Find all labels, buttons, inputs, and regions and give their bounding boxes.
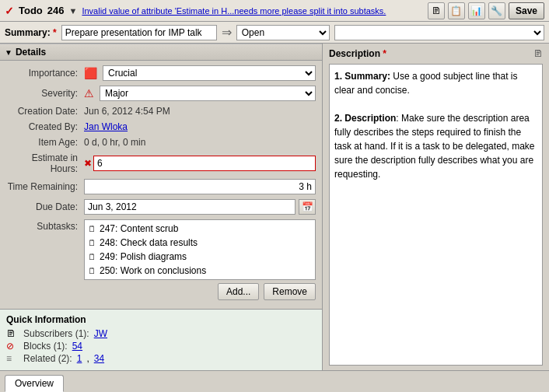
subtask-icon-2: 🗒 (88, 238, 96, 247)
description-header: Description * 🖹 (329, 48, 543, 59)
blocks-item: ⊘ Blocks (1): 54 (6, 341, 316, 352)
created-by-row: Created By: Jan Wloka (6, 121, 316, 132)
list-item: 🗒 249: Polish diagrams (86, 250, 313, 264)
creation-date-row: Creation Date: Jun 6, 2012 4:54 PM (6, 106, 316, 117)
importance-icon: 🟥 (84, 67, 97, 79)
list-item: 🗒 248: Check data results (86, 236, 313, 250)
save-button[interactable]: Save (509, 2, 544, 19)
subtasks-value: 🗒 247: Content scrub 🗒 248: Check data r… (84, 219, 316, 300)
estimate-value: ✖ (84, 156, 316, 171)
error-message[interactable]: Invalid value of attribute 'Estimate in … (82, 6, 423, 16)
details-header-label: Details (16, 47, 46, 58)
subtask-text-3[interactable]: 249: Polish diagrams (100, 251, 187, 262)
due-date-value: 📅 (84, 199, 316, 215)
creation-date-label: Creation Date: (6, 106, 84, 117)
subscribers-label: Subscribers (1): (23, 328, 89, 339)
severity-value: ⚠ Major Minor Critical Trivial (84, 86, 316, 101)
created-by-label: Created By: (6, 121, 84, 132)
description-edit-icon[interactable]: 🖹 (533, 48, 543, 59)
title-number: 246 (47, 5, 65, 16)
subtasks-actions: Add... Remove (84, 283, 316, 300)
todo-icon: ✓ (5, 5, 14, 17)
related-value-2[interactable]: 34 (94, 353, 104, 364)
arrow-icon: ⇒ (222, 25, 232, 40)
subtask-text-2[interactable]: 248: Check data results (100, 237, 198, 248)
related-label: Related (2): (23, 353, 72, 364)
main-content: ▼ Details Importance: 🟥 Crucial High Med… (0, 44, 549, 370)
title-bar: ✓ Todo 246 ▼ Invalid value of attribute … (0, 0, 549, 22)
estimate-row: Estimate in Hours: ✖ (6, 152, 316, 174)
subtasks-list: 🗒 247: Content scrub 🗒 248: Check data r… (84, 219, 316, 280)
importance-select[interactable]: Crucial High Medium Low (103, 65, 316, 81)
time-remaining-value (84, 179, 316, 194)
related-value-1[interactable]: 1 (77, 353, 82, 364)
desc-point1-title: 1. Summary: (334, 71, 390, 82)
action-icon-3[interactable]: 📊 (468, 2, 485, 19)
severity-icon: ⚠ (84, 87, 94, 100)
details-triangle-icon: ▼ (5, 48, 12, 57)
title-dropdown[interactable]: ▼ (69, 6, 78, 16)
estimate-error-icon: ✖ (84, 158, 92, 169)
item-age-value: 0 d, 0 hr, 0 min (84, 137, 145, 148)
importance-row: Importance: 🟥 Crucial High Medium Low (6, 65, 316, 81)
importance-label: Importance: (6, 68, 84, 79)
summary-label: Summary: * (5, 27, 57, 38)
left-panel: ▼ Details Importance: 🟥 Crucial High Med… (0, 44, 323, 370)
summary-bar: Summary: * ⇒ Open In Progress Done Close… (0, 22, 549, 44)
estimate-input[interactable] (93, 156, 316, 171)
details-header[interactable]: ▼ Details (0, 44, 322, 61)
importance-value: 🟥 Crucial High Medium Low (84, 65, 316, 81)
time-remaining-label: Time Remaining: (6, 181, 84, 192)
quick-information: Quick Information 🖹 Subscribers (1): JW … (0, 309, 322, 370)
subtask-text-4[interactable]: 250: Work on conclusions (100, 265, 206, 276)
add-button[interactable]: Add... (218, 283, 259, 300)
subtask-icon-4: 🗒 (88, 266, 96, 275)
status-select[interactable]: Open In Progress Done Closed (236, 25, 330, 40)
subtask-icon-3: 🗒 (88, 252, 96, 261)
due-date-row: Due Date: 📅 (6, 199, 316, 215)
title-prefix: Todo (19, 5, 43, 16)
title-actions: 🖹 📋 📊 🔧 Save (428, 2, 544, 19)
severity-select[interactable]: Major Minor Critical Trivial (100, 86, 316, 101)
extra-select[interactable] (334, 25, 544, 40)
time-remaining-input[interactable] (84, 179, 316, 194)
subtasks-label: Subtasks: (6, 219, 84, 232)
subscribers-item: 🖹 Subscribers (1): JW (6, 328, 316, 339)
quick-info-title: Quick Information (6, 314, 316, 325)
severity-row: Severity: ⚠ Major Minor Critical Trivial (6, 86, 316, 101)
list-item: 🗒 250: Work on conclusions (86, 264, 313, 278)
calendar-button[interactable]: 📅 (299, 199, 316, 215)
summary-input[interactable] (61, 25, 217, 40)
due-date-input[interactable] (84, 199, 295, 215)
summary-required: * (53, 27, 57, 38)
time-remaining-row: Time Remaining: (6, 179, 316, 194)
subtask-icon-1: 🗒 (88, 224, 96, 233)
creation-date-value: Jun 6, 2012 4:54 PM (84, 106, 170, 117)
subtasks-row: Subtasks: 🗒 247: Content scrub 🗒 248: Ch… (6, 219, 316, 300)
description-required: * (383, 48, 386, 59)
blocks-value[interactable]: 54 (72, 341, 82, 352)
action-icon-2[interactable]: 📋 (448, 2, 465, 19)
estimate-label: Estimate in Hours: (6, 152, 84, 174)
created-by-value[interactable]: Jan Wloka (84, 121, 128, 132)
subtask-text-1[interactable]: 247: Content scrub (100, 223, 178, 234)
blocks-label: Blocks (1): (23, 341, 68, 352)
related-icon: ≡ (6, 353, 19, 364)
item-age-row: Item Age: 0 d, 0 hr, 0 min (6, 137, 316, 148)
severity-label: Severity: (6, 88, 84, 99)
related-item: ≡ Related (2): 1 , 34 (6, 353, 316, 364)
item-age-label: Item Age: (6, 137, 84, 148)
list-item: 🗒 247: Content scrub (86, 222, 313, 236)
action-icon-1[interactable]: 🖹 (428, 2, 445, 19)
desc-point2-title: 2. Description (334, 113, 396, 124)
related-separator: , (86, 353, 89, 364)
due-date-label: Due Date: (6, 201, 84, 212)
description-content: 1. Summary: Use a good subject line that… (329, 64, 543, 366)
blocks-icon: ⊘ (6, 341, 19, 352)
action-icon-4[interactable]: 🔧 (488, 2, 505, 19)
subscribers-value[interactable]: JW (94, 328, 107, 339)
tab-overview[interactable]: Overview (5, 375, 64, 392)
right-panel: Description * 🖹 1. Summary: Use a good s… (323, 44, 549, 370)
remove-button[interactable]: Remove (264, 283, 316, 300)
tab-bar: Overview (0, 370, 549, 392)
